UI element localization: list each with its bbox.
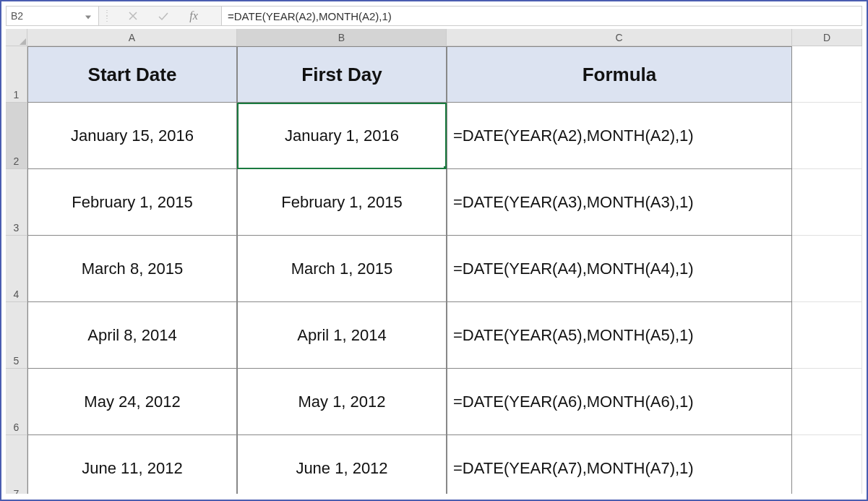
enter-icon[interactable] xyxy=(155,11,171,21)
cell-C6[interactable]: =DATE(YEAR(A6),MONTH(A6),1) xyxy=(447,369,792,435)
name-box-dropdown-icon[interactable] xyxy=(82,10,94,22)
row-7: 7 June 11, 2012 June 1, 2012 =DATE(YEAR(… xyxy=(6,435,862,494)
cell-C4[interactable]: =DATE(YEAR(A4),MONTH(A4),1) xyxy=(447,236,792,302)
cell-D4[interactable] xyxy=(792,236,862,302)
cell-D5[interactable] xyxy=(792,302,862,369)
row-4: 4 March 8, 2015 March 1, 2015 =DATE(YEAR… xyxy=(6,236,862,302)
row-header-6[interactable]: 6 xyxy=(6,369,27,435)
name-box-value: B2 xyxy=(11,10,82,22)
formula-text: =DATE(YEAR(A2),MONTH(A2),1) xyxy=(228,10,392,22)
row-header-3[interactable]: 3 xyxy=(6,169,27,236)
cell-B2[interactable]: January 1, 2016 xyxy=(237,103,447,169)
formula-bar-buttons: ⋮⋮ fx xyxy=(99,7,222,25)
cell-A4[interactable]: March 8, 2015 xyxy=(27,236,237,302)
formula-bar: B2 ⋮⋮ fx =DATE(YEAR(A2),MONTH(A2),1) xyxy=(6,6,862,26)
row-2: 2 January 15, 2016 January 1, 2016 =DATE… xyxy=(6,103,862,169)
cell-D1[interactable] xyxy=(792,46,862,103)
cell-B6[interactable]: May 1, 2012 xyxy=(237,369,447,435)
col-header-D[interactable]: D xyxy=(792,29,862,46)
cell-C2[interactable]: =DATE(YEAR(A2),MONTH(A2),1) xyxy=(447,103,792,169)
row-header-5[interactable]: 5 xyxy=(6,302,27,369)
column-headers: A B C D xyxy=(6,29,862,46)
cell-C1[interactable]: Formula xyxy=(447,46,792,103)
row-3: 3 February 1, 2015 February 1, 2015 =DAT… xyxy=(6,169,862,236)
cell-A3[interactable]: February 1, 2015 xyxy=(27,169,237,236)
cell-C3[interactable]: =DATE(YEAR(A3),MONTH(A3),1) xyxy=(447,169,792,236)
cell-A2[interactable]: January 15, 2016 xyxy=(27,103,237,169)
row-header-2[interactable]: 2 xyxy=(6,103,27,169)
window-frame: B2 ⋮⋮ fx =DATE(YEAR(A2),MONTH(A2),1) xyxy=(0,0,868,501)
cell-B3[interactable]: February 1, 2015 xyxy=(237,169,447,236)
formula-input[interactable]: =DATE(YEAR(A2),MONTH(A2),1) xyxy=(222,7,861,25)
svg-marker-0 xyxy=(85,16,91,20)
col-header-A[interactable]: A xyxy=(27,29,237,46)
cell-D6[interactable] xyxy=(792,369,862,435)
row-header-1[interactable]: 1 xyxy=(6,46,27,103)
cell-A6[interactable]: May 24, 2012 xyxy=(27,369,237,435)
row-6: 6 May 24, 2012 May 1, 2012 =DATE(YEAR(A6… xyxy=(6,369,862,435)
cell-A5[interactable]: April 8, 2014 xyxy=(27,302,237,369)
cell-A1[interactable]: Start Date xyxy=(27,46,237,103)
cell-B1[interactable]: First Day xyxy=(237,46,447,103)
row-1: 1 Start Date First Day Formula xyxy=(6,46,862,103)
row-5: 5 April 8, 2014 April 1, 2014 =DATE(YEAR… xyxy=(6,302,862,369)
cell-C7[interactable]: =DATE(YEAR(A7),MONTH(A7),1) xyxy=(447,435,792,494)
grip-icon: ⋮⋮ xyxy=(103,10,111,22)
cell-C5[interactable]: =DATE(YEAR(A5),MONTH(A5),1) xyxy=(447,302,792,369)
cell-B7[interactable]: June 1, 2012 xyxy=(237,435,447,494)
select-all-corner[interactable] xyxy=(6,29,27,46)
cell-D2[interactable] xyxy=(792,103,862,169)
col-header-C[interactable]: C xyxy=(447,29,792,46)
row-header-4[interactable]: 4 xyxy=(6,236,27,302)
cell-D7[interactable] xyxy=(792,435,862,494)
cell-A7[interactable]: June 11, 2012 xyxy=(27,435,237,494)
spreadsheet-grid[interactable]: A B C D 1 Start Date First Day Formula 2… xyxy=(6,29,862,494)
cancel-icon[interactable] xyxy=(125,11,141,21)
cell-D3[interactable] xyxy=(792,169,862,236)
fx-icon[interactable]: fx xyxy=(186,9,202,22)
cell-B5[interactable]: April 1, 2014 xyxy=(237,302,447,369)
row-header-7[interactable]: 7 xyxy=(6,435,27,494)
name-box[interactable]: B2 xyxy=(7,7,99,25)
cell-B4[interactable]: March 1, 2015 xyxy=(237,236,447,302)
col-header-B[interactable]: B xyxy=(237,29,447,46)
